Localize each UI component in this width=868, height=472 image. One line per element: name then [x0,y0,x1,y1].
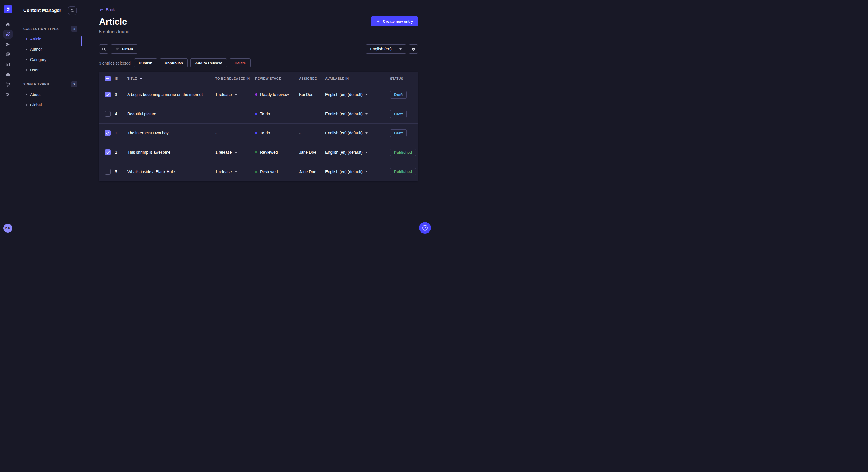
publish-button[interactable]: Publish [134,59,157,67]
content: Back Article 5 entries found Create new … [82,0,434,236]
row-release[interactable]: - [215,111,255,116]
section-label: SINGLE TYPES [23,82,49,86]
row-checkbox[interactable] [105,149,111,155]
status-badge: Published [390,148,416,156]
row-locale[interactable]: English (en) (default) [325,150,390,155]
table-row[interactable]: 2 This shrimp is awesome 1 release Revie… [99,143,418,162]
view-settings-button[interactable] [409,44,418,54]
table-header-row: ID TITLE TO BE RELEASED IN REVIEW STAGE … [99,72,418,85]
rail-user-section: KD [0,220,16,236]
paper-plane-icon[interactable] [3,40,12,49]
row-release[interactable]: 1 release [215,169,255,174]
column-header-id[interactable]: ID [115,77,127,80]
row-title[interactable]: What's inside a Black Hole [127,169,215,174]
unpublish-button[interactable]: Unpublish [160,59,188,67]
chevron-down-icon[interactable] [365,152,368,153]
table-row[interactable]: 4 Beautiful picture - To do - English (e… [99,104,418,124]
chevron-down-icon[interactable] [235,152,237,153]
sidebar-item-category[interactable]: Category [16,55,82,65]
column-header-review-stage[interactable]: REVIEW STAGE [255,77,299,80]
strapi-logo[interactable] [4,5,12,13]
filters-button[interactable]: Filters [111,44,137,54]
chevron-down-icon[interactable] [365,133,368,134]
status-badge: Draft [390,110,407,118]
row-checkbox[interactable] [105,111,111,117]
back-link[interactable]: Back [99,7,115,12]
row-locale[interactable]: English (en) (default) [325,92,390,97]
sidebar-item-author[interactable]: Author [16,44,82,55]
help-button[interactable] [419,222,431,234]
bullet-icon [26,38,27,40]
table-row[interactable]: 5 What's inside a Black Hole 1 release R… [99,162,418,181]
row-title[interactable]: A bug is becoming a meme on the internet [127,92,215,97]
row-assignee: - [299,111,325,116]
sidebar-divider [23,19,30,20]
column-header-status[interactable]: STATUS [390,77,418,80]
row-title[interactable]: The internet's Own boy [127,131,215,135]
sidebar-item-label: Global [30,103,42,107]
stage-dot-icon [255,171,257,173]
row-release[interactable]: 1 release [215,150,255,155]
delete-button[interactable]: Delete [229,59,251,67]
row-review-stage: To do [255,131,299,135]
sidebar-item-article[interactable]: Article [16,34,82,44]
row-checkbox[interactable] [105,169,111,175]
settings-gear-icon[interactable] [3,90,12,99]
column-header-title[interactable]: TITLE [127,77,215,80]
selection-actions-row: 3 entries selected Publish Unpublish Add… [99,59,418,67]
row-assignee: Jane Doe [299,150,325,155]
locale-select[interactable]: English (en) [366,44,406,54]
content-manager-feather-icon[interactable] [3,30,12,39]
create-new-entry-button[interactable]: Create new entry [371,16,418,26]
sidebar-item-about[interactable]: About [16,90,82,100]
table-row[interactable]: 1 The internet's Own boy - To do - Engli… [99,124,418,143]
sidebar-item-user[interactable]: User [16,65,82,75]
row-title[interactable]: This shrimp is awesome [127,150,215,155]
logo-section [0,0,16,19]
back-label: Back [106,7,115,12]
stage-dot-icon [255,113,257,115]
create-button-label: Create new entry [383,19,413,24]
row-title[interactable]: Beautiful picture [127,111,215,116]
row-checkbox[interactable] [105,130,111,136]
chevron-down-icon[interactable] [235,171,237,172]
marketplace-cart-icon[interactable] [3,80,12,89]
filters-label: Filters [122,47,133,51]
content-type-builder-icon[interactable] [3,60,12,69]
status-badge: Published [390,168,416,175]
sidebar-item-global[interactable]: Global [16,100,82,110]
sidebar-title: Content Manager [23,8,61,13]
row-checkbox[interactable] [105,92,111,98]
column-header-available-in[interactable]: AVAILABLE IN [325,77,390,80]
locale-value: English (en) [370,47,392,51]
row-assignee: Jane Doe [299,169,325,174]
chevron-down-icon [399,48,402,50]
collection-types-section-header: COLLECTION TYPES 4 [23,26,78,32]
chevron-down-icon[interactable] [365,94,368,96]
cloud-icon[interactable] [3,70,12,79]
column-header-assignee[interactable]: ASSIGNEE [299,77,325,80]
chevron-down-icon[interactable] [235,94,237,96]
select-all-checkbox[interactable] [105,76,111,81]
entries-count-subtitle: 5 entries found [99,29,418,34]
chevron-down-icon[interactable] [365,113,368,115]
sidebar-search-button[interactable] [68,6,76,15]
single-types-section-header: SINGLE TYPES 2 [23,81,78,87]
page-title: Article [99,16,418,27]
chevron-down-icon[interactable] [365,171,368,172]
table-row[interactable]: 3 A bug is becoming a meme on the intern… [99,85,418,104]
row-locale[interactable]: English (en) (default) [325,111,390,116]
row-release[interactable]: 1 release [215,92,255,97]
row-locale[interactable]: English (en) (default) [325,169,390,174]
row-locale[interactable]: English (en) (default) [325,131,390,135]
column-header-release[interactable]: TO BE RELEASED IN [215,77,255,80]
rail-icon-list [3,19,12,99]
search-button[interactable] [99,44,108,54]
media-library-icon[interactable] [3,49,12,59]
home-icon[interactable] [3,20,12,29]
avatar[interactable]: KD [3,224,12,233]
section-label: COLLECTION TYPES [23,27,59,30]
row-release[interactable]: - [215,131,255,135]
add-to-release-button[interactable]: Add to Release [190,59,227,67]
row-id: 1 [115,131,127,135]
